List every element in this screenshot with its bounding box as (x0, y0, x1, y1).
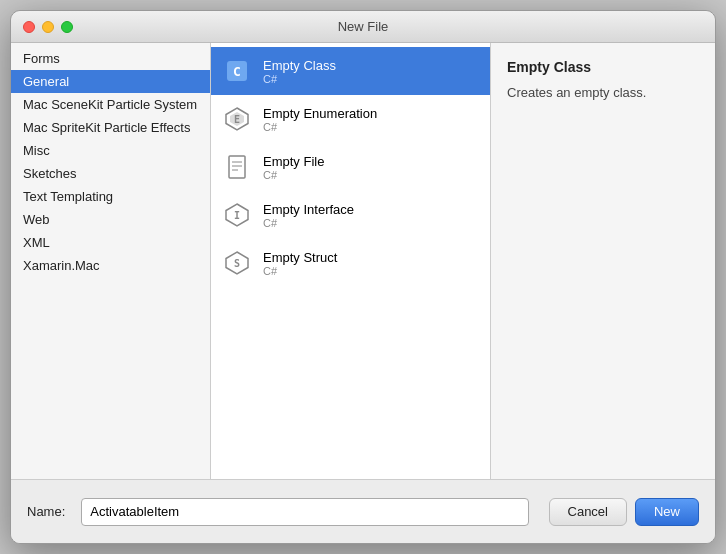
description-title: Empty Class (507, 59, 699, 75)
sidebar-item-xamarin-mac[interactable]: Xamarin.Mac (11, 254, 210, 277)
sidebar-item-forms[interactable]: Forms (11, 47, 210, 70)
sidebar-item-general[interactable]: General (11, 70, 210, 93)
maximize-button[interactable] (61, 21, 73, 33)
svg-rect-5 (229, 156, 245, 178)
file-item-subtitle: C# (263, 121, 377, 133)
close-button[interactable] (23, 21, 35, 33)
file-item-title: Empty Struct (263, 250, 337, 265)
content-area: FormsGeneralMac SceneKit Particle System… (11, 43, 715, 479)
sidebar-item-web[interactable]: Web (11, 208, 210, 231)
file-item-title: Empty File (263, 154, 324, 169)
sidebar-item-sketches[interactable]: Sketches (11, 162, 210, 185)
titlebar: New File (11, 11, 715, 43)
cancel-button[interactable]: Cancel (549, 498, 627, 526)
file-icon-interface: I (221, 199, 253, 231)
svg-text:E: E (234, 114, 240, 125)
description-panel: Empty Class Creates an empty class. (491, 43, 715, 479)
window-title: New File (338, 19, 389, 34)
window-controls (23, 21, 73, 33)
minimize-button[interactable] (42, 21, 54, 33)
file-icon-struct: S (221, 247, 253, 279)
file-item-subtitle: C# (263, 265, 337, 277)
file-item-empty-struct[interactable]: S Empty StructC# (211, 239, 490, 287)
new-button[interactable]: New (635, 498, 699, 526)
file-icon-class: C (221, 55, 253, 87)
sidebar: FormsGeneralMac SceneKit Particle System… (11, 43, 211, 479)
file-icon-enum: E (221, 103, 253, 135)
file-item-title: Empty Interface (263, 202, 354, 217)
sidebar-item-mac-spritekit[interactable]: Mac SpriteKit Particle Effects (11, 116, 210, 139)
svg-text:C: C (233, 64, 241, 79)
file-item-empty-interface[interactable]: I Empty InterfaceC# (211, 191, 490, 239)
sidebar-item-xml[interactable]: XML (11, 231, 210, 254)
file-icon-file (221, 151, 253, 183)
file-item-title: Empty Enumeration (263, 106, 377, 121)
file-item-subtitle: C# (263, 217, 354, 229)
sidebar-item-mac-scenekit[interactable]: Mac SceneKit Particle System (11, 93, 210, 116)
description-body: Creates an empty class. (507, 83, 699, 103)
file-item-empty-class[interactable]: C Empty ClassC# (211, 47, 490, 95)
main-window: New File FormsGeneralMac SceneKit Partic… (10, 10, 716, 544)
file-list: C Empty ClassC# E Empty EnumerationC# Em… (211, 43, 491, 479)
file-item-title: Empty Class (263, 58, 336, 73)
file-item-empty-file[interactable]: Empty FileC# (211, 143, 490, 191)
file-item-subtitle: C# (263, 73, 336, 85)
action-buttons: Cancel New (549, 498, 699, 526)
svg-text:S: S (234, 258, 240, 269)
sidebar-item-text-templating[interactable]: Text Templating (11, 185, 210, 208)
svg-text:I: I (234, 210, 240, 221)
file-item-empty-enumeration[interactable]: E Empty EnumerationC# (211, 95, 490, 143)
bottom-bar: Name: Cancel New (11, 479, 715, 543)
name-input[interactable] (81, 498, 528, 526)
file-item-subtitle: C# (263, 169, 324, 181)
sidebar-item-misc[interactable]: Misc (11, 139, 210, 162)
name-label: Name: (27, 504, 65, 519)
